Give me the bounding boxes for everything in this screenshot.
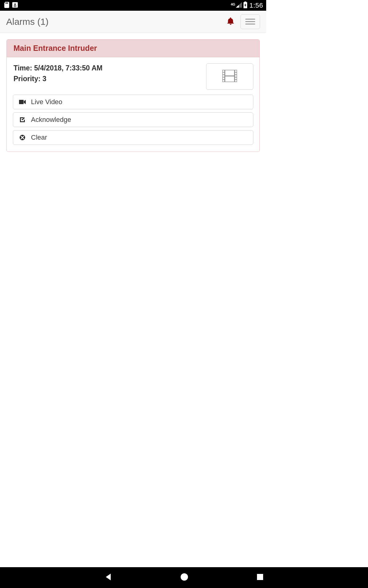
- menu-bar-icon: [245, 21, 255, 22]
- svg-rect-20: [19, 100, 24, 104]
- page-title: Alarms (1): [6, 17, 224, 27]
- live-video-button[interactable]: Live Video: [13, 95, 253, 109]
- svg-text:A: A: [14, 3, 17, 7]
- content-area: Main Entrance Intruder Time: 5/4/2018, 7…: [0, 33, 266, 158]
- alarm-time-label: Time:: [13, 64, 34, 72]
- alarm-time-value: 5/4/2018, 7:33:50 AM: [34, 64, 102, 72]
- svg-rect-5: [14, 6, 16, 7]
- clear-button[interactable]: Clear: [13, 130, 253, 145]
- alarm-priority-label: Priority:: [13, 75, 43, 83]
- alarm-title: Main Entrance Intruder: [13, 44, 253, 53]
- svg-rect-2: [7, 2, 8, 4]
- svg-rect-1: [6, 2, 7, 4]
- film-icon: [222, 70, 237, 83]
- video-camera-icon: [19, 100, 26, 104]
- menu-bar-icon: [245, 19, 255, 20]
- acknowledge-label: Acknowledge: [31, 116, 71, 124]
- svg-rect-6: [244, 2, 246, 2]
- alarm-time-row: Time: 5/4/2018, 7:33:50 AM: [13, 64, 102, 72]
- clear-label: Clear: [31, 134, 47, 141]
- android-status-bar: A 4G 1:56: [0, 0, 266, 11]
- clear-circle-icon: [19, 134, 26, 141]
- alarm-priority-value: 3: [43, 75, 47, 83]
- alarm-info: Time: 5/4/2018, 7:33:50 AM Priority: 3: [13, 63, 102, 85]
- status-time: 1:56: [249, 2, 263, 9]
- alarm-card-header[interactable]: Main Entrance Intruder: [7, 40, 259, 57]
- notifications-bell-button[interactable]: [224, 16, 237, 28]
- network-type-label: 4G: [231, 2, 235, 6]
- menu-bar-icon: [245, 24, 255, 24]
- recorded-video-button[interactable]: [206, 63, 253, 90]
- alarm-card: Main Entrance Intruder Time: 5/4/2018, 7…: [6, 39, 260, 152]
- app-badge-icon: A: [12, 2, 18, 9]
- sd-card-icon: [4, 2, 9, 9]
- alarm-priority-row: Priority: 3: [13, 75, 102, 83]
- hamburger-menu-button[interactable]: [240, 14, 260, 29]
- signal-icon: [236, 2, 242, 9]
- svg-rect-0: [6, 2, 6, 4]
- acknowledge-button[interactable]: Acknowledge: [13, 112, 253, 127]
- battery-charging-icon: [243, 2, 247, 9]
- bell-icon: [227, 17, 234, 26]
- live-video-label: Live Video: [31, 98, 62, 106]
- check-box-icon: [19, 117, 26, 123]
- app-header: Alarms (1): [0, 11, 266, 33]
